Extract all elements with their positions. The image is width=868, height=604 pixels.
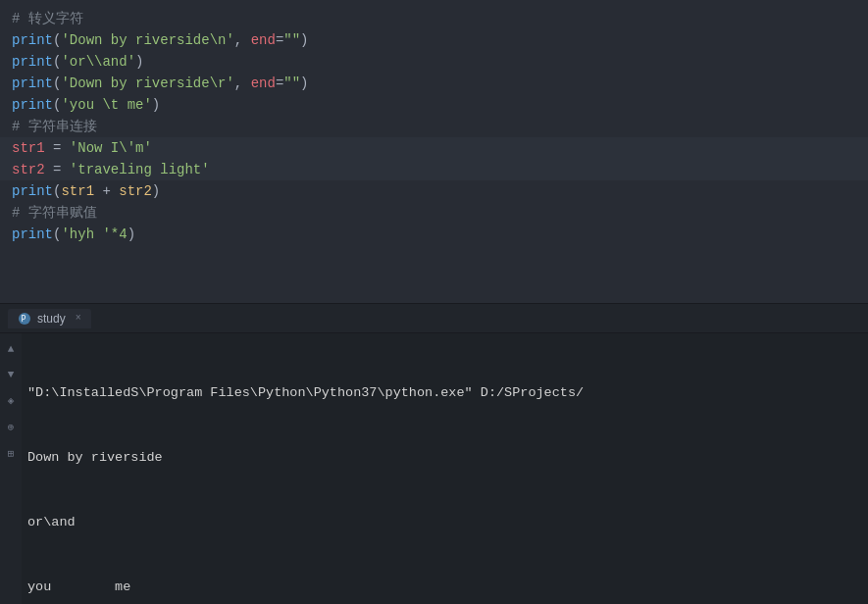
terminal-line-2: or\and: [27, 512, 860, 533]
terminal-line-1: Down by riverside: [27, 447, 860, 469]
scroll-down-icon[interactable]: ▼: [8, 369, 15, 380]
terminal-icon-2[interactable]: ⊕: [8, 421, 15, 433]
code-line-5: print('you \t me'): [0, 94, 868, 116]
line-11-content: print('hyh '*4): [12, 225, 135, 244]
python-icon: P: [18, 312, 31, 326]
terminal-line-cmd: "D:\InstalledS\Program Files\Python\Pyth…: [27, 382, 860, 404]
tab-close-button[interactable]: ×: [76, 313, 81, 324]
comment-concat: # 字符串连接: [12, 117, 97, 136]
code-line-3: print('or\\and'): [0, 51, 868, 73]
code-line-8: str2 = 'traveling light': [0, 159, 868, 180]
terminal-body: "D:\InstalledS\Program Files\Python\Pyth…: [0, 333, 868, 604]
app-layout: # 转义字符 print('Down by riverside\n', end=…: [0, 0, 868, 604]
line-3-content: print('or\\and'): [12, 52, 143, 72]
code-line-10: # 字符串赋值: [0, 202, 868, 224]
code-line-7: str1 = 'Now I\'m': [0, 137, 868, 159]
line-9-content: print(str1 + str2): [12, 181, 160, 201]
code-line-1: # 转义字符: [0, 8, 868, 29]
terminal-line-3: you me: [27, 577, 860, 598]
line-2-content: print('Down by riverside\n', end=""): [12, 30, 309, 50]
terminal-area: P study × ▲ ▼ ◈ ⊕ ⊞ "D:\InstalledS\Progr…: [0, 304, 868, 604]
tab-name: study: [37, 312, 66, 326]
editor-section: # 转义字符 print('Down by riverside\n', end=…: [0, 0, 868, 304]
code-line-11: print('hyh '*4): [0, 224, 868, 245]
code-line-6: # 字符串连接: [0, 116, 868, 137]
comment-escape: # 转义字符: [12, 9, 83, 28]
line-8-content: str2 = 'traveling light': [12, 160, 210, 179]
terminal-sidebar: ▲ ▼ ◈ ⊕ ⊞: [0, 333, 22, 604]
line-7-content: str1 = 'Now I\'m': [12, 138, 152, 158]
line-5-content: print('you \t me'): [12, 95, 160, 115]
scroll-up-icon[interactable]: ▲: [8, 343, 15, 355]
line-4-content: print('Down by riverside\r', end=""): [12, 74, 309, 93]
terminal-header: P study ×: [0, 304, 868, 333]
svg-text:P: P: [22, 315, 26, 324]
code-line-4: print('Down by riverside\r', end=""): [0, 73, 868, 94]
terminal-icon-1[interactable]: ◈: [8, 394, 15, 407]
code-line-2: print('Down by riverside\n', end=""): [0, 29, 868, 51]
comment-assign: # 字符串赋值: [12, 203, 97, 223]
terminal-icon-3[interactable]: ⊞: [8, 447, 15, 460]
code-line-9: print(str1 + str2): [0, 180, 868, 202]
terminal-tab[interactable]: P study ×: [8, 309, 91, 328]
